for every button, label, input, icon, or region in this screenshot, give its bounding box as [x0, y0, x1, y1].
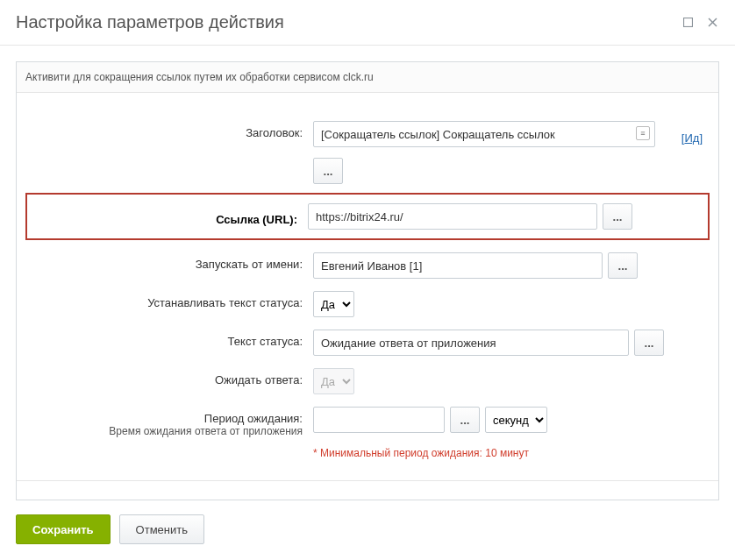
svg-rect-0	[683, 18, 692, 27]
wait-period-unit-select[interactable]: секунд	[485, 407, 547, 433]
url-input[interactable]	[308, 203, 597, 230]
titlebar: Настройка параметров действия	[0, 0, 735, 46]
cancel-button[interactable]: Отменить	[119, 514, 204, 544]
label-set-status: Устанавливать текст статуса:	[32, 291, 313, 309]
form-panel: Активити для сокращения ссылок путем их …	[16, 61, 719, 500]
id-link[interactable]: Ид	[684, 131, 699, 145]
wait-period-input[interactable]	[313, 407, 445, 433]
label-run-as: Запускать от имени:	[32, 252, 313, 271]
row-wait-period: Период ожидания: Время ожидания ответа о…	[32, 407, 703, 459]
row-title: Заголовок: ≡ ...	[32, 121, 703, 184]
set-status-select[interactable]: Да	[313, 291, 354, 317]
run-as-more-button[interactable]: ...	[608, 252, 638, 279]
close-icon[interactable]	[705, 16, 719, 30]
title-input[interactable]	[313, 121, 655, 147]
row-status-text: Текст статуса: ...	[32, 330, 703, 356]
panel-description: Активити для сокращения ссылок путем их …	[17, 62, 718, 93]
url-more-button[interactable]: ...	[603, 203, 632, 230]
dialog-body: Активити для сокращения ссылок путем их …	[0, 46, 735, 560]
window-controls	[681, 16, 719, 30]
row-url-highlight: Ссылка (URL): ...	[25, 193, 710, 240]
row-run-as: Запускать от имени: ...	[32, 252, 703, 279]
wait-response-select: Да	[313, 368, 354, 394]
row-set-status: Устанавливать текст статуса: Да	[32, 291, 703, 317]
save-button[interactable]: Сохранить	[16, 514, 111, 544]
status-text-more-button[interactable]: ...	[634, 330, 664, 356]
row-wait-response: Ожидать ответа: Да	[32, 368, 703, 394]
label-wait-period: Период ожидания:	[32, 412, 303, 425]
footer: Сохранить Отменить	[16, 500, 719, 544]
id-link-wrap: [Ид]	[681, 131, 703, 145]
label-wait-response: Ожидать ответа:	[32, 368, 313, 386]
dialog-window: Настройка параметров действия Активити д…	[0, 0, 735, 560]
window-title: Настройка параметров действия	[16, 12, 284, 32]
run-as-input[interactable]	[313, 252, 603, 279]
field-chooser-icon[interactable]: ≡	[636, 126, 650, 140]
label-url: Ссылка (URL):	[34, 208, 308, 226]
form-area: [Ид] Заголовок: ≡ ... Ссылка (U	[17, 93, 718, 499]
label-status-text: Текст статуса:	[32, 330, 313, 348]
label-wait-period-sub: Время ожидания ответа от приложения	[32, 425, 303, 437]
wait-period-more-button[interactable]: ...	[450, 407, 480, 433]
maximize-icon[interactable]	[681, 16, 695, 30]
status-text-input[interactable]	[313, 330, 629, 356]
title-more-button[interactable]: ...	[313, 158, 343, 184]
label-title: Заголовок:	[32, 121, 313, 139]
separator	[17, 480, 718, 481]
wait-period-warning: * Минимальный период ожидания: 10 минут	[313, 447, 529, 459]
